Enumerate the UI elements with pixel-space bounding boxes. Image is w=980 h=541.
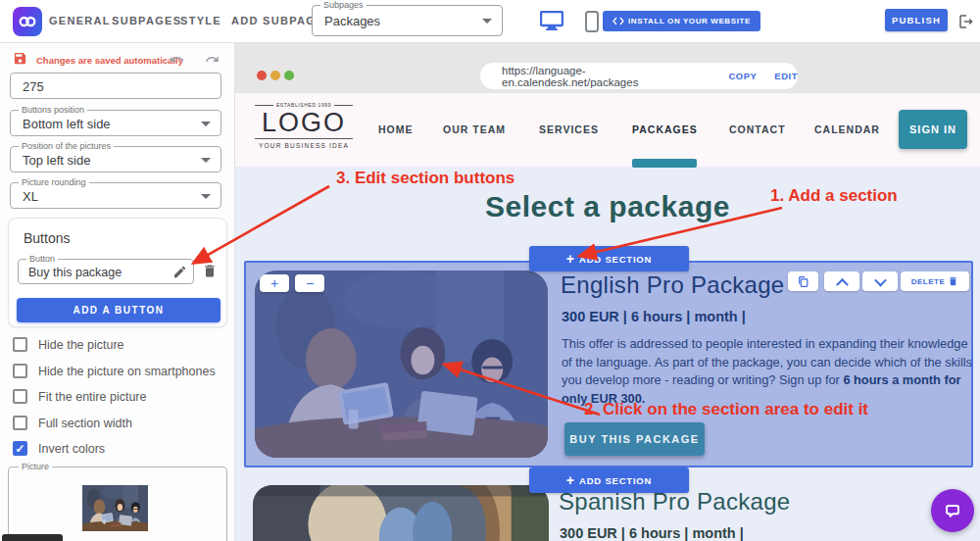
mobile-view-button[interactable] <box>585 11 599 36</box>
logo-text: LOGO <box>255 108 353 137</box>
logo-tagline: YOUR BUSINESS IDEA <box>255 138 353 149</box>
section-english-pro-package[interactable]: + − English Pro Package DELETE 300 EUR |… <box>244 261 973 467</box>
subpages-dropdown-value: Packages <box>324 14 380 28</box>
section-pricing: 300 EUR | 6 hours | month | <box>562 309 746 324</box>
add-a-button-button[interactable]: ADD A BUTTON <box>17 298 220 322</box>
autosave-label: Changes are saved automatically <box>36 55 183 66</box>
checkbox-icon[interactable] <box>13 364 27 378</box>
site-header: ESTABLISHED 1999 LOGO YOUR BUSINESS IDEA… <box>235 93 980 167</box>
move-section-down-button[interactable] <box>862 271 898 291</box>
section-picture[interactable]: + − <box>255 270 548 458</box>
undo-icon[interactable] <box>169 52 185 71</box>
browser-minimize-dot-icon <box>270 71 280 80</box>
site-url: https://language-en.calendesk.net/packag… <box>502 65 712 88</box>
pictures-position-label: Position of the pictures <box>19 141 114 151</box>
delete-label: DELETE <box>911 277 946 286</box>
subpages-dropdown[interactable]: Subpages Packages <box>312 5 503 36</box>
checkbox-icon[interactable] <box>13 337 27 352</box>
edit-pencil-icon[interactable] <box>172 265 187 283</box>
picture-rounding-select[interactable]: Picture rounding XL <box>10 182 221 209</box>
edit-url-button[interactable]: EDIT <box>774 71 798 81</box>
checkbox-label: Hide the picture <box>38 338 124 352</box>
active-nav-indicator <box>632 159 697 168</box>
picture-zoom-out-button[interactable]: − <box>295 274 324 292</box>
chevron-down-icon <box>201 194 211 199</box>
sign-in-button[interactable]: SIGN IN <box>899 110 967 149</box>
section-picture[interactable] <box>253 485 549 541</box>
duplicate-section-button[interactable] <box>788 271 818 291</box>
button-name-field[interactable]: Button Buy this package <box>18 259 194 284</box>
menu-style[interactable]: STYLE <box>180 15 221 26</box>
live-chat-button[interactable] <box>931 489 974 532</box>
logout-button[interactable] <box>957 13 975 34</box>
plus-icon: + <box>566 473 574 487</box>
smartphone-icon <box>585 11 599 32</box>
section-spanish-pro-package[interactable]: Spanish Pro Package 300 EUR | 6 hours | … <box>235 485 980 541</box>
app-window: GENERAL SUBPAGES STYLE ADD SUBPAGE Subpa… <box>0 0 980 541</box>
site-preview-frame: https://language-en.calendesk.net/packag… <box>235 43 980 541</box>
checkbox-icon[interactable] <box>13 389 27 404</box>
buttons-position-value: Bottom left side <box>23 117 111 131</box>
checkbox-label: Full section width <box>38 417 132 430</box>
menu-general[interactable]: GENERAL <box>49 15 111 26</box>
picture-rounding-value: XL <box>23 189 38 204</box>
section-height-input[interactable]: 275 <box>10 73 221 99</box>
install-on-website-button[interactable]: INSTALL ON YOUR WEBSITE <box>603 11 760 31</box>
publish-button[interactable]: PUBLISH <box>885 9 948 31</box>
chat-bubble-icon <box>942 500 963 521</box>
page-title: Select a package <box>235 190 980 223</box>
checkbox-icon[interactable] <box>13 416 27 430</box>
add-section-label: ADD SECTION <box>579 475 652 486</box>
buy-this-package-button[interactable]: BUY THIS PACKAGE <box>564 422 705 456</box>
site-nav-calendar[interactable]: CALENDAR <box>814 123 880 135</box>
builder-toolbar: GENERAL SUBPAGES STYLE ADD SUBPAGE Subpa… <box>0 0 980 43</box>
picture-zoom-in-button[interactable]: + <box>260 274 289 292</box>
buttons-position-select[interactable]: Buttons position Bottom left side <box>10 110 221 136</box>
checkbox-label: Invert colors <box>38 442 105 456</box>
site-nav-packages[interactable]: PACKAGES <box>632 123 698 135</box>
install-label: INSTALL ON YOUR WEBSITE <box>628 17 751 25</box>
picture-fieldset: Picture <box>8 467 227 541</box>
calendesk-logo[interactable] <box>13 7 42 36</box>
plus-icon: + <box>566 252 574 266</box>
move-section-up-button[interactable] <box>824 271 859 291</box>
site-nav-our-team[interactable]: OUR TEAM <box>443 123 506 135</box>
checkbox-checked-icon[interactable]: ✓ <box>13 441 27 456</box>
exit-icon <box>957 13 975 30</box>
site-logo[interactable]: ESTABLISHED 1999 LOGO YOUR BUSINESS IDEA <box>255 102 353 149</box>
delete-button-trash-icon[interactable] <box>202 263 218 283</box>
section-height-value: 275 <box>23 79 44 94</box>
buttons-card-title: Buttons <box>24 230 70 246</box>
picture-rounding-label: Picture rounding <box>19 177 89 187</box>
subpages-dropdown-label: Subpages <box>320 0 367 10</box>
trash-icon <box>948 275 958 287</box>
section-settings-panel: Changes are saved automatically 275 Butt… <box>0 43 235 541</box>
chevron-down-icon <box>874 273 887 286</box>
picture-fieldset-label: Picture <box>19 462 52 471</box>
duplicate-icon <box>797 275 809 288</box>
menu-add-subpage[interactable]: ADD SUBPAGE <box>231 15 324 26</box>
site-nav-services[interactable]: SERVICES <box>539 123 599 135</box>
button-field-value: Buy this package <box>28 266 122 279</box>
section-title: English Pro Package <box>561 271 785 299</box>
buttons-card: Buttons Button Buy this package ADD A BU… <box>8 218 227 327</box>
desktop-view-button[interactable] <box>540 11 564 34</box>
sitting-people-photo <box>253 485 549 541</box>
chevron-up-icon <box>836 277 849 290</box>
add-section-button-bottom[interactable]: + ADD SECTION <box>529 467 689 493</box>
menu-subpages[interactable]: SUBPAGES <box>112 15 181 26</box>
picture-thumbnail[interactable] <box>82 485 148 531</box>
site-nav-home[interactable]: HOME <box>378 123 414 135</box>
save-icon <box>13 51 27 70</box>
add-section-label: ADD SECTION <box>579 254 652 265</box>
redo-icon[interactable] <box>204 52 220 71</box>
delete-section-button[interactable]: DELETE <box>901 271 969 291</box>
pictures-position-select[interactable]: Position of the pictures Top left side <box>10 146 221 172</box>
add-section-button-top[interactable]: + ADD SECTION <box>529 246 689 271</box>
button-field-label: Button <box>26 254 58 264</box>
browser-maximize-dot-icon <box>284 71 294 80</box>
copy-url-button[interactable]: COPY <box>728 71 757 81</box>
site-nav-contact[interactable]: CONTACT <box>729 123 786 135</box>
section-pricing: 300 EUR | 6 hours | month | <box>560 525 744 541</box>
monitor-icon <box>540 11 564 30</box>
